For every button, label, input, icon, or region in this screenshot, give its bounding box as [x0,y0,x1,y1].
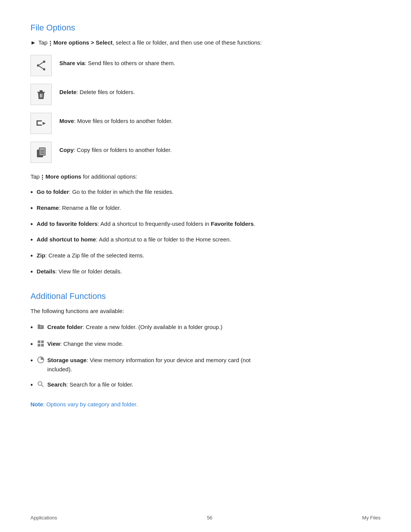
storage-usage-text: Storage usage: View memory information f… [47,356,266,374]
delete-icon [30,84,52,105]
view-icon [37,339,45,348]
list-item: Details: View file or folder details. [30,267,266,278]
svg-marker-12 [43,122,46,125]
svg-rect-6 [40,90,43,92]
storage-usage-icon [37,356,45,364]
copy-text: Copy: Copy files or folders to another f… [59,142,172,155]
copy-icon [30,142,52,163]
bullet-add-favorite: Add to favorite folders: Add a shortcut … [37,219,255,228]
create-folder-text: Create folder: Create a new folder. (Onl… [47,323,222,332]
intro-bold-text: More options > Select [53,39,112,46]
arrow-icon: ► [30,39,36,46]
share-via-icon [30,55,52,76]
additional-functions-section: Additional Functions The following funct… [30,291,266,409]
additional-functions-heading: Additional Functions [30,291,266,301]
note-text: : Options vary by category and folder. [43,401,137,407]
list-item: Add shortcut to home: Add a shortcut to … [30,235,266,246]
svg-rect-21 [38,344,40,347]
svg-rect-14 [39,148,45,155]
bullet-details: Details: View file or folder details. [37,267,122,276]
page-footer: Applications 56 My Files [0,515,411,521]
svg-line-25 [41,385,43,387]
list-item: View: Change the view mode. [30,339,266,350]
list-item: + Create folder: Create a new folder. (O… [30,323,266,333]
available-text: The following functions are available: [30,307,266,316]
svg-point-0 [43,61,45,63]
footer-center: 56 [207,515,212,521]
tap-label: Tap [30,173,40,180]
more-options-dots [42,175,43,180]
search-text: Search: Search for a file or folder. [47,380,133,389]
more-options-suffix: for additional options: [83,173,137,180]
intro-suffix-text: , select a file or folder, and then use … [113,39,262,46]
list-item: Delete: Delete files or folders. [30,84,266,105]
share-via-text: Share via: Send files to others or share… [59,55,175,68]
create-folder-icon: + [37,323,45,331]
list-item: Move: Move files or folders to another f… [30,113,266,134]
note-bold: Note [30,401,43,407]
additional-functions-list: + Create folder: Create a new folder. (O… [30,323,266,391]
svg-rect-19 [38,340,40,343]
file-options-intro: ► Tap More options > Select, select a fi… [30,38,266,47]
more-options-bold: More options [46,173,81,180]
more-options-line: Tap More options for additional options: [30,172,266,181]
svg-rect-11 [37,125,42,126]
bullet-add-shortcut: Add shortcut to home: Add a shortcut to … [37,235,231,244]
bullet-options-list: Go to folder: Go to the folder in which … [30,187,266,278]
svg-point-1 [37,64,39,67]
intro-tap-text: Tap [38,39,48,46]
move-icon [30,113,52,134]
svg-line-4 [39,66,43,69]
svg-rect-20 [41,340,44,343]
svg-rect-5 [37,92,45,93]
footer-left: Applications [30,515,57,521]
bullet-go-to-folder: Go to folder: Go to the folder in which … [37,187,174,197]
list-item: Rename: Rename a file or folder. [30,203,266,214]
svg-point-24 [38,382,42,385]
list-item: Search: Search for a file or folder. [30,380,266,391]
bullet-rename: Rename: Rename a file or folder. [37,203,121,212]
move-text: Move: Move files or folders to another f… [59,113,173,126]
file-options-heading: File Options [30,23,266,33]
svg-text:+: + [40,325,42,329]
list-item: Zip: Create a Zip file of the selected i… [30,251,266,262]
list-item: Copy: Copy files or folders to another f… [30,142,266,163]
more-options-dots-icon [50,41,51,46]
icon-function-list: Share via: Send files to others or share… [30,55,266,163]
list-item: Storage usage: View memory information f… [30,356,266,374]
footer-right: My Files [362,515,381,521]
list-item: Share via: Send files to others or share… [30,55,266,76]
delete-text: Delete: Delete files or folders. [59,84,135,97]
svg-line-3 [39,62,43,65]
bullet-zip: Zip: Create a Zip file of the selected i… [37,251,144,260]
svg-point-2 [43,68,45,70]
svg-rect-7 [40,94,41,97]
search-icon [37,380,45,388]
svg-rect-22 [41,344,44,347]
view-text: View: Change the view mode. [47,339,123,348]
list-item: Add to favorite folders: Add a shortcut … [30,219,266,230]
note-line: Note: Options vary by category and folde… [30,400,266,409]
svg-rect-8 [41,94,42,97]
list-item: Go to folder: Go to the folder in which … [30,187,266,198]
